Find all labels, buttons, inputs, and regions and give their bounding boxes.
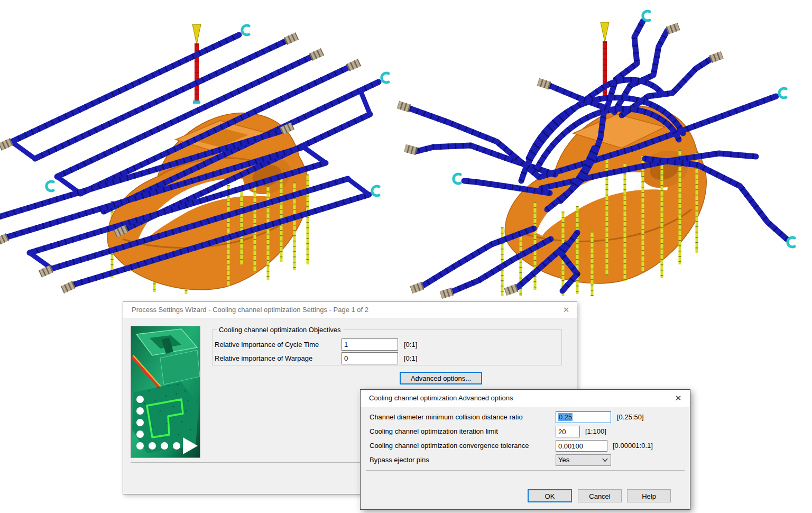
- bypass-ejector-pins-dropdown[interactable]: Yes: [556, 454, 611, 466]
- collision-ratio-label: Channel diameter minimum collision dista…: [370, 411, 523, 423]
- objectives-group-label: Cooling channel optimization Objectives: [217, 326, 343, 334]
- close-icon[interactable]: ✕: [671, 392, 686, 404]
- selected-text: 0.25: [558, 413, 573, 421]
- collision-ratio-input[interactable]: 0.25: [556, 411, 611, 423]
- advanced-title: Cooling channel optimization Advanced op…: [369, 390, 513, 407]
- cycle-time-range: [0:1]: [404, 338, 417, 351]
- cycle-time-input[interactable]: [342, 338, 398, 351]
- warpage-label: Relative importance of Warpage: [215, 352, 312, 364]
- iteration-limit-label: Cooling channel optimization iteration l…: [370, 426, 498, 437]
- left-3d-view-straight-channels: [0, 24, 389, 294]
- right-3d-view-optimized-channels: [398, 11, 795, 296]
- dropdown-value: Yes: [558, 456, 569, 464]
- convergence-tolerance-input[interactable]: [556, 440, 607, 452]
- iteration-limit-input[interactable]: [556, 426, 580, 437]
- cycle-time-label: Relative importance of Cycle Time: [215, 338, 319, 351]
- cancel-button[interactable]: Cancel: [578, 489, 622, 502]
- convergence-tolerance-label: Cooling channel optimization convergence…: [370, 440, 529, 452]
- help-button[interactable]: Help: [627, 489, 671, 502]
- bypass-ejector-pins-label: Bypass ejector pins: [370, 454, 429, 466]
- chevron-down-icon: [602, 458, 608, 462]
- sprue: [192, 24, 201, 104]
- advanced-separator: [366, 470, 685, 471]
- cad-3d-preview-area: [0, 0, 812, 299]
- wizard-title: Process Settings Wizard - Cooling channe…: [132, 302, 368, 318]
- advanced-options-button[interactable]: Advanced options...: [400, 372, 482, 384]
- wizard-preview-image: [131, 326, 200, 458]
- advanced-options-dialog: Cooling channel optimization Advanced op…: [360, 389, 690, 510]
- wizard-titlebar[interactable]: Process Settings Wizard - Cooling channe…: [123, 302, 577, 318]
- close-icon[interactable]: ✕: [559, 304, 574, 316]
- warpage-range: [0:1]: [404, 352, 417, 364]
- collision-ratio-range: [0.25:50]: [617, 411, 644, 423]
- iteration-limit-range: [1:100]: [585, 426, 606, 437]
- warpage-input[interactable]: [342, 352, 398, 364]
- advanced-titlebar[interactable]: Cooling channel optimization Advanced op…: [361, 390, 690, 407]
- convergence-tolerance-range: [0.00001:0.1]: [613, 440, 653, 452]
- ok-button[interactable]: OK: [528, 489, 572, 502]
